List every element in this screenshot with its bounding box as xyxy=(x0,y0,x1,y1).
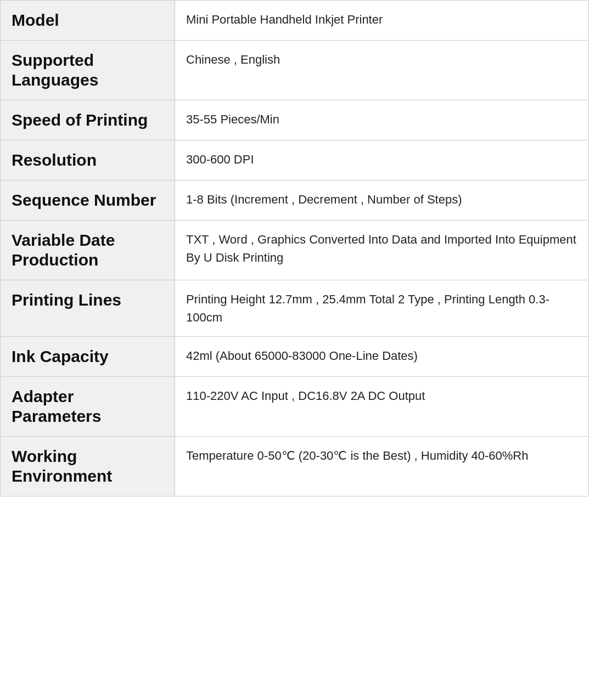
spec-label: Variable Date Production xyxy=(1,221,175,280)
spec-label: Resolution xyxy=(1,140,175,180)
table-row: Ink Capacity42ml (About 65000-83000 One-… xyxy=(1,337,589,377)
spec-label: Ink Capacity xyxy=(1,337,175,377)
table-row: Working EnvironmentTemperature 0-50℃ (20… xyxy=(1,437,589,496)
spec-value: Temperature 0-50℃ (20-30℃ is the Best) ,… xyxy=(175,437,589,496)
table-row: Printing LinesPrinting Height 12.7mm , 2… xyxy=(1,280,589,337)
spec-label: Model xyxy=(1,1,175,41)
table-row: Adapter Parameters110-220V AC Input , DC… xyxy=(1,377,589,437)
table-row: Sequence Number1-8 Bits (Increment , Dec… xyxy=(1,180,589,221)
spec-value: 42ml (About 65000-83000 One-Line Dates) xyxy=(175,337,589,377)
spec-label: Speed of Printing xyxy=(1,100,175,140)
spec-value: Printing Height 12.7mm , 25.4mm Total 2 … xyxy=(175,280,589,337)
table-row: ModelMini Portable Handheld Inkjet Print… xyxy=(1,1,589,41)
spec-value: Mini Portable Handheld Inkjet Printer xyxy=(175,1,589,41)
spec-label: Supported Languages xyxy=(1,41,175,100)
spec-label: Printing Lines xyxy=(1,280,175,337)
spec-label: Working Environment xyxy=(1,437,175,496)
spec-label: Adapter Parameters xyxy=(1,377,175,437)
spec-value: Chinese , English xyxy=(175,41,589,100)
spec-table: ModelMini Portable Handheld Inkjet Print… xyxy=(0,0,589,496)
table-row: Resolution300-600 DPI xyxy=(1,140,589,180)
spec-label: Sequence Number xyxy=(1,180,175,221)
spec-value: 110-220V AC Input , DC16.8V 2A DC Output xyxy=(175,377,589,437)
spec-value: 300-600 DPI xyxy=(175,140,589,180)
table-row: Speed of Printing35-55 Pieces/Min xyxy=(1,100,589,140)
spec-value: 35-55 Pieces/Min xyxy=(175,100,589,140)
spec-value: TXT , Word , Graphics Converted Into Dat… xyxy=(175,221,589,280)
spec-value: 1-8 Bits (Increment , Decrement , Number… xyxy=(175,180,589,221)
table-row: Variable Date ProductionTXT , Word , Gra… xyxy=(1,221,589,280)
table-row: Supported LanguagesChinese , English xyxy=(1,41,589,100)
